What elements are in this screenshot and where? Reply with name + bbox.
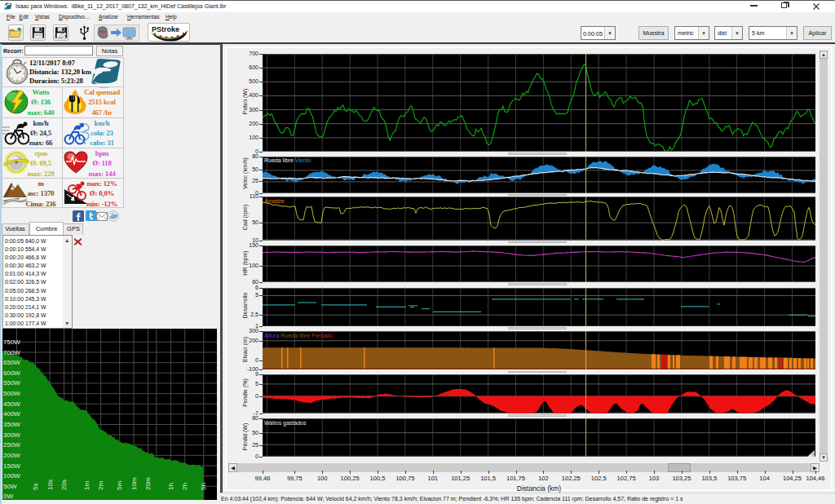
svg-text:5s: 5s — [32, 484, 39, 490]
svg-text:250W: 250W — [3, 441, 20, 449]
svg-text:550W: 550W — [3, 379, 20, 387]
svg-text:600W: 600W — [3, 369, 20, 377]
svg-text:50W: 50W — [3, 483, 17, 490]
svg-text:700W: 700W — [3, 349, 20, 356]
svg-text:1m: 1m — [83, 481, 91, 490]
svg-text:150W: 150W — [3, 462, 20, 470]
svg-text:20s: 20s — [60, 480, 68, 490]
svg-text:0W: 0W — [3, 493, 13, 500]
svg-text:5h: 5h — [200, 483, 207, 490]
svg-text:1h: 1h — [167, 483, 175, 490]
svg-text:450W: 450W — [3, 400, 20, 408]
svg-text:5m: 5m — [116, 481, 123, 490]
svg-text:2m: 2m — [97, 481, 104, 490]
svg-text:750W: 750W — [3, 338, 20, 346]
svg-text:300W: 300W — [3, 431, 20, 439]
svg-text:10m: 10m — [130, 477, 138, 490]
svg-text:2h: 2h — [181, 483, 188, 490]
svg-text:500W: 500W — [3, 390, 20, 397]
svg-text:200W: 200W — [3, 452, 20, 459]
svg-text:400W: 400W — [3, 410, 20, 418]
svg-text:20m: 20m — [144, 477, 152, 490]
svg-text:10s: 10s — [46, 480, 54, 490]
svg-text:650W: 650W — [3, 359, 20, 366]
svg-text:100W: 100W — [3, 472, 20, 480]
svg-text:350W: 350W — [3, 421, 20, 428]
